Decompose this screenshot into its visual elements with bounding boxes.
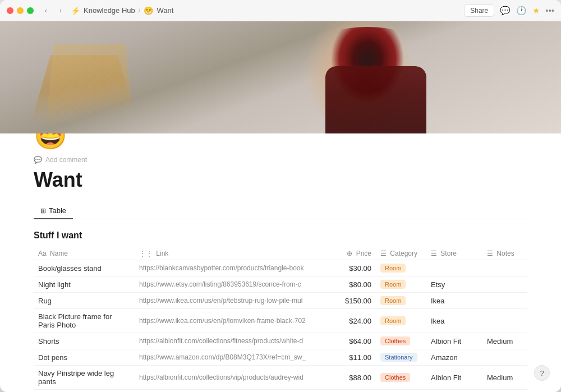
breadcrumb-page[interactable]: Want [157, 6, 173, 15]
hero-figure [0, 21, 561, 133]
col-header-notes[interactable]: ☰ Notes [482, 247, 527, 260]
table-row[interactable]: Dot pens https://www.amazon.com/dp/B08M3… [34, 349, 527, 366]
cell-notes [482, 293, 527, 309]
traffic-lights [7, 7, 34, 14]
cell-notes: Medium [482, 366, 527, 390]
cell-link[interactable]: https://blankcanvasbypotter.com/products… [135, 260, 337, 276]
clock-icon[interactable]: 🕐 [516, 6, 527, 16]
price-col-icon: ⊕ [347, 250, 352, 257]
table-row[interactable]: Navy Pinstripe wide leg pants https://al… [34, 366, 527, 390]
cell-category: Room [376, 293, 426, 309]
cell-price: $80.00 [337, 276, 376, 293]
cell-name: Navy Pinstripe Jumpsuit [34, 390, 135, 393]
cell-notes: Medium [482, 333, 527, 349]
cell-store [426, 260, 482, 276]
category-badge: Room [380, 316, 406, 325]
table-row[interactable]: Book/glasses stand https://blankcanvasby… [34, 260, 527, 276]
cell-name: Book/glasses stand [34, 260, 135, 276]
page-content: 🤩 💬 Add comment Want ⊞ Table Stuff I wan… [0, 21, 561, 392]
cell-price: $138.00 [337, 390, 376, 393]
page-body: 🤩 💬 Add comment Want ⊞ Table Stuff I wan… [0, 120, 561, 392]
cell-link[interactable]: https://www.amazon.com/dp/B08M3Q173X/ref… [135, 349, 337, 366]
workspace-icon: ⚡ [71, 6, 80, 15]
col-header-store[interactable]: ☰ Store [426, 247, 482, 260]
add-comment-label: Add comment [45, 156, 87, 164]
table-body: Book/glasses stand https://blankcanvasby… [34, 260, 527, 393]
cell-notes [482, 260, 527, 276]
page-title: Want [34, 168, 527, 192]
col-header-link[interactable]: ⋮⋮ Link [135, 247, 337, 260]
table-row[interactable]: Navy Pinstripe Jumpsuit https://albionfi… [34, 390, 527, 393]
cell-link[interactable]: https://albionfit.com/collections/vip/pr… [135, 390, 337, 393]
cell-store: Albion Fit [426, 366, 482, 390]
store-col-icon: ☰ [431, 250, 437, 257]
cell-category: Room [376, 260, 426, 276]
table-section-title: Stuff I want [34, 230, 527, 241]
breadcrumb-workspace[interactable]: Knowledge Hub [84, 6, 135, 15]
help-button[interactable]: ? [534, 365, 550, 381]
cell-link[interactable]: https://www.ikea.com/us/en/p/lomviken-fr… [135, 309, 337, 333]
table-row[interactable]: Black Picture frame for Paris Photo http… [34, 309, 527, 333]
maximize-button[interactable] [27, 7, 34, 14]
cell-notes [482, 349, 527, 366]
cell-name: Navy Pinstripe wide leg pants [34, 366, 135, 390]
category-badge: Clothes [380, 373, 410, 382]
table-section: Stuff I want Aa Name ⋮⋮ Link [34, 230, 527, 392]
cell-store: Albion Fit [426, 390, 482, 393]
hero-image [0, 21, 561, 133]
cell-category: Stationary [376, 349, 426, 366]
cell-category: Clothes [376, 390, 426, 393]
cell-notes [482, 309, 527, 333]
cell-category: Clothes [376, 333, 426, 349]
table-row[interactable]: Rug https://www.ikea.com/us/en/p/tebstru… [34, 293, 527, 309]
titlebar: ‹ › ⚡ Knowledge Hub / 😁 Want Share 💬 🕐 ★… [0, 0, 561, 21]
category-badge: Room [380, 280, 406, 289]
category-badge: Stationary [380, 353, 417, 362]
star-icon[interactable]: ★ [532, 6, 540, 16]
tabs-bar: ⊞ Table [34, 203, 527, 219]
cell-link[interactable]: https://www.ikea.com/us/en/p/tebstrup-ru… [135, 293, 337, 309]
back-button[interactable]: ‹ [40, 5, 52, 16]
cell-category: Room [376, 309, 426, 333]
cell-name: Dot pens [34, 349, 135, 366]
cell-notes [482, 276, 527, 293]
tab-table-label: Table [49, 206, 66, 215]
cell-category: Clothes [376, 366, 426, 390]
notes-col-icon: ☰ [487, 250, 493, 257]
cell-link[interactable]: https://albionfit.com/collections/fitnes… [135, 333, 337, 349]
table-row[interactable]: Night light https://www.etsy.com/listing… [34, 276, 527, 293]
name-col-icon: Aa [38, 250, 47, 257]
app-window: ‹ › ⚡ Knowledge Hub / 😁 Want Share 💬 🕐 ★… [0, 0, 561, 392]
cell-name: Shorts [34, 333, 135, 349]
col-header-price[interactable]: ⊕ Price [337, 247, 376, 260]
forward-button[interactable]: › [55, 5, 66, 16]
cell-name: Black Picture frame for Paris Photo [34, 309, 135, 333]
cell-store: Ikea [426, 309, 482, 333]
cell-name: Rug [34, 293, 135, 309]
more-icon[interactable]: ••• [545, 6, 554, 15]
cell-link[interactable]: https://albionfit.com/collections/vip/pr… [135, 366, 337, 390]
breadcrumb: ⚡ Knowledge Hub / 😁 Want [71, 6, 464, 15]
table-header-row: Aa Name ⋮⋮ Link ⊕ Price [34, 247, 527, 260]
minimize-button[interactable] [17, 7, 24, 14]
category-badge: Room [380, 296, 406, 305]
cell-notes: Medium [482, 390, 527, 393]
cell-link[interactable]: https://www.etsy.com/listing/863953619/s… [135, 276, 337, 293]
category-col-icon: ☰ [380, 250, 387, 257]
col-header-name[interactable]: Aa Name [34, 247, 135, 260]
category-badge: Clothes [380, 336, 410, 345]
close-button[interactable] [7, 7, 13, 14]
share-button[interactable]: Share [464, 4, 494, 17]
nav-buttons: ‹ › [40, 5, 66, 16]
cell-price: $88.00 [337, 366, 376, 390]
cell-price: $11.00 [337, 349, 376, 366]
table-icon: ⊞ [40, 207, 46, 215]
tab-table[interactable]: ⊞ Table [34, 203, 73, 219]
cell-store: Etsy [426, 276, 482, 293]
cell-store: Amazon [426, 349, 482, 366]
comment-icon[interactable]: 💬 [500, 6, 511, 16]
table-row[interactable]: Shorts https://albionfit.com/collections… [34, 333, 527, 349]
add-comment-button[interactable]: 💬 Add comment [34, 156, 527, 164]
breadcrumb-separator: / [139, 6, 141, 15]
col-header-category[interactable]: ☰ Category [376, 247, 426, 260]
